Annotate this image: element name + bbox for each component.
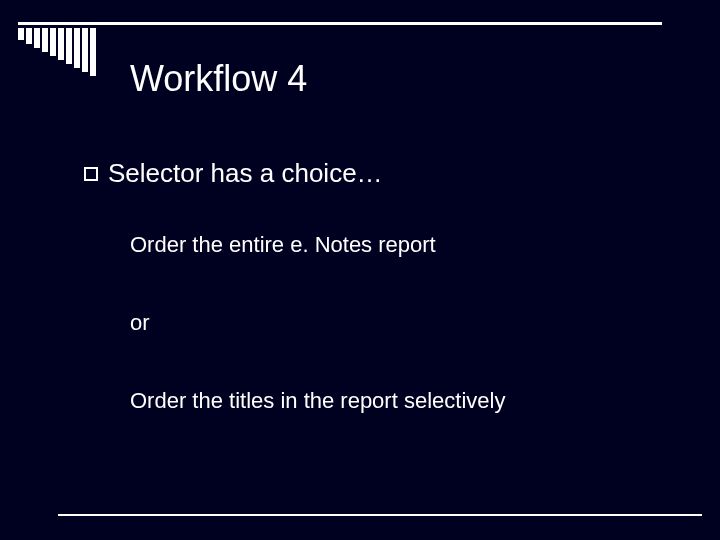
top-divider (18, 22, 662, 25)
square-bullet-icon (84, 167, 98, 181)
slide: Workflow 4 Selector has a choice… Order … (0, 0, 720, 540)
bullet-item: Selector has a choice… (84, 158, 383, 189)
body-line-or: or (130, 310, 150, 336)
body-line-2: Order the titles in the report selective… (130, 388, 505, 414)
bottom-divider (58, 514, 702, 516)
body-line-1: Order the entire e. Notes report (130, 232, 436, 258)
bullet-text: Selector has a choice… (108, 158, 383, 189)
slide-title: Workflow 4 (130, 58, 307, 100)
decorative-bars-icon (18, 28, 96, 76)
